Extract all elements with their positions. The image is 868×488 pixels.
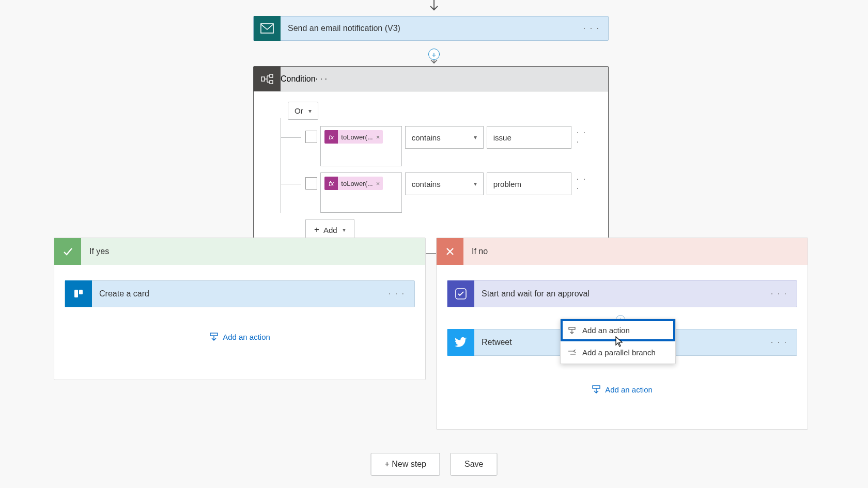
add-action-label: Add an action (605, 385, 653, 394)
branch-header[interactable]: If yes (54, 238, 425, 265)
svg-rect-0 (261, 24, 273, 33)
row-checkbox[interactable] (305, 131, 317, 143)
fx-icon: fx (324, 130, 338, 144)
add-label: Add (323, 226, 337, 234)
action-card-title: Create a card (92, 289, 379, 298)
plus-icon: + (314, 225, 319, 235)
action-card-email[interactable]: Send an email notification (V3) · · · (253, 16, 609, 41)
trello-icon (65, 280, 92, 307)
popover-add-parallel[interactable]: Add a parallel branch (561, 341, 675, 364)
condition-icon (254, 67, 281, 91)
token-text: toLower(... (341, 180, 373, 187)
branch-title: If yes (81, 247, 109, 256)
group-operator-label: Or (295, 106, 303, 115)
operator-label: contains (412, 133, 441, 142)
action-card-title: Start and wait for an approval (474, 289, 762, 298)
popover-item-label: Add an action (582, 326, 630, 335)
operand-left-input[interactable]: fx toLower(... × (320, 172, 401, 213)
svg-rect-1 (261, 77, 265, 81)
add-action-label: Add an action (223, 333, 270, 341)
check-icon (54, 238, 81, 265)
save-button[interactable]: Save (451, 453, 497, 476)
svg-rect-5 (74, 290, 78, 297)
operand-left-input[interactable]: fx toLower(... × (320, 126, 401, 166)
svg-rect-3 (270, 81, 273, 84)
action-card-trello[interactable]: Create a card · · · (65, 280, 415, 307)
expression-token[interactable]: fx toLower(... × (324, 130, 383, 144)
add-action-link[interactable]: Add an action (437, 385, 808, 394)
card-menu-button[interactable]: · · · (762, 338, 797, 347)
chevron-down-icon: ▾ (474, 134, 477, 141)
condition-card[interactable]: Condition · · · Or ▾ fx toLower(... × co… (253, 66, 609, 254)
svg-rect-9 (593, 386, 600, 388)
operand-right-input[interactable] (487, 126, 571, 149)
footer-buttons: + New step Save (371, 453, 498, 476)
row-menu-button[interactable]: · · · (577, 172, 593, 195)
parallel-branch-icon (568, 350, 576, 356)
close-icon (437, 238, 463, 265)
operator-select[interactable]: contains ▾ (405, 172, 484, 195)
svg-rect-2 (270, 74, 273, 77)
popover-add-action[interactable]: Add an action (561, 319, 675, 341)
condition-row: fx toLower(... × contains ▾ · · · (274, 126, 593, 166)
group-operator-select[interactable]: Or ▾ (288, 102, 318, 120)
branch-title: If no (463, 247, 488, 256)
connector-line (274, 126, 305, 166)
row-checkbox[interactable] (305, 177, 317, 190)
insert-step-popover: Add an action Add a parallel branch (560, 319, 676, 364)
operator-label: contains (412, 180, 441, 188)
add-action-link[interactable]: Add an action (54, 332, 425, 341)
chevron-down-icon: ▾ (474, 180, 477, 187)
chevron-down-icon: ▾ (343, 226, 346, 233)
add-step-button[interactable]: + (428, 49, 440, 60)
expression-token[interactable]: fx toLower(... × (324, 177, 383, 190)
token-remove-icon[interactable]: × (376, 133, 380, 141)
branch-header[interactable]: If no (437, 238, 808, 265)
twitter-icon (447, 329, 474, 356)
action-card-approval[interactable]: Start and wait for an approval · · · (447, 280, 797, 307)
popover-item-label: Add a parallel branch (582, 348, 656, 357)
card-menu-button[interactable]: · · · (575, 24, 608, 33)
connector-line (274, 172, 305, 213)
operand-right-input[interactable] (487, 172, 571, 195)
token-remove-icon[interactable]: × (376, 180, 380, 187)
add-action-icon (209, 332, 219, 341)
fx-icon: fx (324, 177, 338, 190)
add-action-icon (592, 385, 601, 394)
branch-yes: If yes Create a card · · · Add an action (54, 238, 426, 380)
svg-rect-6 (79, 290, 83, 294)
condition-row: fx toLower(... × contains ▾ · · · (274, 172, 593, 213)
approval-icon (447, 280, 474, 307)
flow-arrow-icon (429, 0, 439, 13)
token-text: toLower(... (341, 133, 373, 141)
chevron-down-icon: ▾ (308, 107, 312, 115)
row-menu-button[interactable]: · · · (577, 126, 593, 149)
card-menu-button[interactable]: · · · (762, 289, 797, 298)
svg-rect-7 (210, 333, 218, 336)
add-action-icon (568, 327, 576, 334)
card-menu-button[interactable]: · · · (379, 289, 414, 298)
operator-select[interactable]: contains ▾ (405, 126, 484, 149)
mail-icon (254, 16, 281, 41)
condition-title: Condition (281, 74, 316, 84)
action-card-title: Send an email notification (V3) (281, 24, 575, 33)
svg-rect-10 (569, 327, 575, 329)
new-step-button[interactable]: + New step (371, 453, 440, 476)
condition-body: Or ▾ fx toLower(... × contains ▾ · · · (254, 91, 608, 253)
condition-header[interactable]: Condition · · · (254, 67, 608, 91)
card-menu-button[interactable]: · · · (316, 74, 327, 84)
